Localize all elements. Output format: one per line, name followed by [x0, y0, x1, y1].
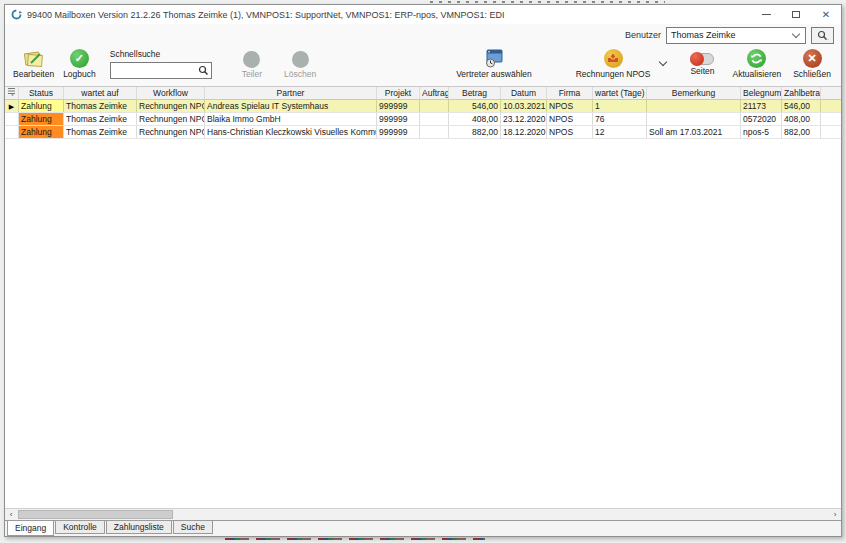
- invoices-npos-label: Rechnungen NPOS: [576, 70, 651, 79]
- column-header-wartet-tage[interactable]: wartet (Tage): [593, 87, 647, 99]
- window-clock-icon: [484, 49, 504, 68]
- search-icon[interactable]: [198, 65, 209, 76]
- cell-firma: NPOS: [547, 100, 593, 112]
- cell-workflow: Rechnungen NPOS: [137, 100, 205, 112]
- chevron-down-icon: [659, 58, 667, 66]
- column-header-firma[interactable]: Firma: [547, 87, 593, 99]
- grid-header-row: Status wartet auf Workflow Partner Proje…: [5, 87, 841, 100]
- window-title: 99400 Mailboxen Version 21.2.26 Thomas Z…: [27, 10, 751, 20]
- pages-label: Seiten: [690, 67, 714, 76]
- user-label: Benutzer: [625, 30, 661, 40]
- data-grid: Status wartet auf Workflow Partner Proje…: [5, 86, 841, 520]
- cell-wartet-tage: 1: [593, 100, 647, 112]
- scroll-left-arrow[interactable]: ‹: [5, 509, 17, 520]
- select-representative-label: Vertreter auswählen: [456, 70, 532, 79]
- toggle-off-icon: [690, 53, 714, 65]
- scroll-right-arrow[interactable]: ›: [829, 509, 841, 520]
- status-badge: Zahlung: [19, 113, 64, 125]
- divider-icon: [243, 51, 260, 68]
- tab-zahlungsliste[interactable]: Zahlungsliste: [106, 521, 172, 534]
- grid-corner-icon[interactable]: [5, 87, 19, 99]
- column-header-status[interactable]: Status: [19, 87, 64, 99]
- check-icon: ✓: [70, 49, 89, 68]
- cell-projekt: 999999: [377, 100, 420, 112]
- cell-wartet-auf: Thomas Zeimke: [64, 100, 137, 112]
- column-header-auftrag[interactable]: Auftrag: [420, 87, 449, 99]
- quick-search-input[interactable]: [111, 64, 198, 77]
- tab-suche[interactable]: Suche: [173, 521, 213, 534]
- invoices-npos-button[interactable]: Rechnungen NPOS: [576, 49, 651, 79]
- cell-bemerkung: Soll am 17.03.2021: [647, 126, 741, 138]
- cell-workflow: Rechnungen NPOS: [137, 126, 205, 138]
- cell-betrag: 408,00: [449, 113, 501, 125]
- column-header-wartet-auf[interactable]: wartet auf: [64, 87, 137, 99]
- cell-belegnummer: 21173: [741, 100, 782, 112]
- cell-firma: NPOS: [547, 113, 593, 125]
- user-search-button[interactable]: ..: [811, 27, 834, 44]
- quick-search-box: [110, 62, 212, 79]
- column-header-betrag[interactable]: Betrag: [449, 87, 501, 99]
- close-button[interactable]: ✕ Schließen: [793, 49, 831, 79]
- close-window-button[interactable]: ✕: [811, 5, 841, 24]
- cell-wartet-tage: 76: [593, 113, 647, 125]
- column-header-belegnummer[interactable]: Belegnummer: [741, 87, 782, 99]
- cell-belegnummer: npos-5: [741, 126, 782, 138]
- edit-notes-icon: [22, 49, 46, 68]
- app-icon: [11, 9, 22, 20]
- background-window-sliver-bottom: [225, 538, 485, 540]
- row-indicator: [5, 126, 19, 138]
- cell-betrag: 882,00: [449, 126, 501, 138]
- refresh-button[interactable]: Aktualisieren: [733, 49, 782, 79]
- divider-label: Teiler: [242, 70, 262, 79]
- inbox-tray-icon: [604, 49, 623, 68]
- chevron-down-icon: [792, 29, 800, 37]
- cell-datum: 18.12.2020: [501, 126, 547, 138]
- user-select-value: Thomas Zeimke: [667, 30, 793, 40]
- logbook-label: Logbuch: [63, 70, 96, 79]
- column-header-zahlbetrag[interactable]: Zahlbetrag: [782, 87, 821, 99]
- pages-toggle-button[interactable]: Seiten: [690, 49, 714, 76]
- title-bar: 99400 Mailboxen Version 21.2.26 Thomas Z…: [5, 5, 841, 24]
- logbook-button[interactable]: ✓ Logbuch: [63, 49, 96, 79]
- current-row-marker-icon: ▶: [5, 100, 19, 112]
- cell-datum: 10.03.2021: [501, 100, 547, 112]
- refresh-label: Aktualisieren: [733, 70, 782, 79]
- quick-search-label: Schnellsuche: [110, 49, 212, 59]
- column-header-partner[interactable]: Partner: [205, 87, 377, 99]
- cell-wartet-auf: Thomas Zeimke: [64, 126, 137, 138]
- status-badge: Zahlung: [19, 100, 64, 112]
- table-row[interactable]: Zahlung Thomas Zeimke Rechnungen NPOS Ha…: [5, 126, 841, 139]
- column-header-workflow[interactable]: Workflow: [137, 87, 205, 99]
- column-header-bemerkung[interactable]: Bemerkung: [647, 87, 741, 99]
- tab-eingang[interactable]: Eingang: [7, 521, 54, 536]
- minimize-icon: [762, 14, 771, 15]
- grid-empty-area: [5, 139, 841, 508]
- invoices-dropdown-button[interactable]: [660, 59, 666, 65]
- column-header-projekt[interactable]: Projekt: [377, 87, 420, 99]
- minimize-button[interactable]: [751, 5, 781, 24]
- table-row[interactable]: Zahlung Thomas Zeimke Rechnungen NPOS Bl…: [5, 113, 841, 126]
- cell-auftrag: [420, 126, 449, 138]
- cell-projekt: 999999: [377, 113, 420, 125]
- delete-button[interactable]: Löschen: [284, 49, 316, 79]
- select-representative-button[interactable]: Vertreter auswählen: [456, 49, 532, 79]
- horizontal-scrollbar[interactable]: ‹ ›: [5, 508, 841, 520]
- app-window: 99400 Mailboxen Version 21.2.26 Thomas Z…: [4, 4, 842, 537]
- cell-firma: NPOS: [547, 126, 593, 138]
- tab-kontrolle[interactable]: Kontrolle: [55, 521, 105, 534]
- cell-zahlbetrag: 546,00: [782, 100, 821, 112]
- column-header-datum[interactable]: Datum: [501, 87, 547, 99]
- cell-zahlbetrag: 408,00: [782, 113, 821, 125]
- refresh-icon: [747, 49, 766, 68]
- user-select[interactable]: Thomas Zeimke: [666, 27, 806, 44]
- search-options-dots: ..: [825, 35, 830, 41]
- table-row[interactable]: ▶ Zahlung Thomas Zeimke Rechnungen NPOS …: [5, 100, 841, 113]
- edit-button[interactable]: Bearbeiten: [13, 49, 54, 79]
- cell-partner: Blaika Immo GmbH: [205, 113, 377, 125]
- cell-partner: Andreas Spielau IT Systemhaus: [205, 100, 377, 112]
- scrollbar-thumb[interactable]: [18, 510, 173, 519]
- maximize-button[interactable]: [781, 5, 811, 24]
- close-x-icon: ✕: [803, 49, 822, 68]
- quick-search: Schnellsuche: [110, 49, 212, 79]
- divider-button[interactable]: Teiler: [242, 49, 262, 79]
